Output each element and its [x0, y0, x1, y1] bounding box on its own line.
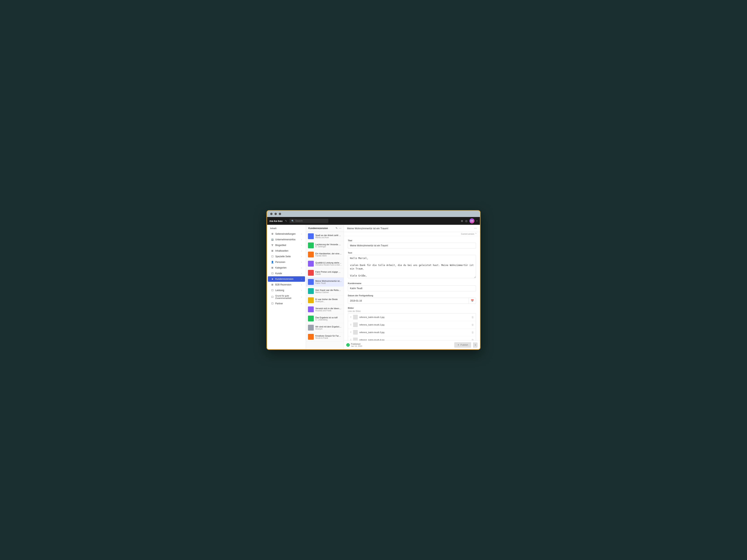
- list-item[interactable]: Spaß an der Arbeit zahlt sich sich aus. …: [306, 232, 344, 241]
- sidebar-item-grund[interactable]: ☐ Grund für gute Zusammenarbeit ›: [268, 293, 305, 301]
- sidebar-item-seiteneinstellungen[interactable]: ⚙ Seiteneinstellungen ›: [268, 231, 305, 237]
- list-item[interactable]: Er war bisher der Beste Arakilyan...: [306, 296, 344, 305]
- sidebar-item-spezielle-seite[interactable]: ☐ Spezielle Seite ›: [268, 254, 305, 259]
- list-item[interactable]: Ein Handwerker, der einem wirklich ... F…: [306, 250, 344, 259]
- item-subtitle: B. Dahlinger: [315, 246, 342, 248]
- drag-handle-icon[interactable]: ⠿: [350, 316, 352, 319]
- item-thumbnail: [308, 288, 314, 294]
- list-edit-icon[interactable]: ✎: [336, 227, 338, 230]
- sidebar-item-kunde[interactable]: ☐ Kunde ›: [268, 271, 305, 276]
- item-subtitle: S. Lindenberg: [315, 319, 342, 321]
- sidebar-label: Kundenrezension: [275, 278, 300, 281]
- avatar-dropdown-icon[interactable]: ▾: [476, 220, 478, 222]
- text-textarea[interactable]: Hallo Marcel, vielen Dank für die tolle …: [348, 255, 476, 278]
- chevron-right-icon: ›: [301, 272, 302, 274]
- list-item[interactable]: Das Ergebnis ist so toll! S. Lindenberg: [306, 314, 344, 323]
- item-title: Er war bisher der Beste: [315, 298, 342, 300]
- sidebar-item-unternehmensinfos[interactable]: 🏢 Unternehmensinfos ›: [268, 237, 305, 242]
- search-input[interactable]: [295, 219, 327, 222]
- delete-icon[interactable]: 🗑: [471, 339, 474, 341]
- sidebar-label: Inhaltsseiten: [275, 249, 300, 252]
- item-subtitle: Anonym: [315, 328, 342, 330]
- list-panel: Kundenrezension ✎ ⋯ Spaß an der Arbeit z…: [306, 225, 344, 349]
- chevron-right-icon: ›: [301, 256, 302, 258]
- more-options-icon[interactable]: ⋯: [474, 227, 477, 230]
- item-thumbnail: [308, 242, 314, 248]
- calendar-icon[interactable]: 📅: [469, 298, 476, 303]
- publish-dropdown-button[interactable]: ▾: [473, 342, 478, 348]
- item-subtitle: Markus Gartner: [315, 291, 342, 293]
- item-title: Meine Wohnzimmertür ist ein Traum!: [315, 280, 342, 282]
- image-filename: referenz_katrin-teudt-3.jpg: [359, 331, 470, 334]
- date-input-wrap: 📅: [348, 298, 476, 304]
- item-subtitle: Zarabi: [315, 273, 342, 275]
- list-item[interactable]: Versetzt sich in die Ideen seines Auf...…: [306, 305, 344, 314]
- drag-handle-icon[interactable]: ⠿: [350, 324, 352, 326]
- app-container: ma-ka-bau ✎ 🔍 ⊕ ◎ DS ▾ Inhalt ⚙ Seitenei…: [267, 217, 480, 349]
- sidebar-label: Leistung: [275, 289, 300, 292]
- kunde-icon: ☐: [271, 272, 274, 275]
- list-item[interactable]: Faire Preise und zügige Ausführung ... Z…: [306, 268, 344, 277]
- sidebar-label: Unternehmensinfos: [275, 238, 300, 241]
- drag-handle-icon[interactable]: ⠿: [350, 339, 352, 341]
- sidebar-item-leistung[interactable]: ☐ Leistung ›: [268, 288, 305, 293]
- sidebar-item-b2b-rezension[interactable]: ⊞ B2B Rezension ›: [268, 282, 305, 287]
- sidebar-label: Kunde: [275, 272, 300, 275]
- list-item[interactable]: Lackierung der Veranda Brüstung B. Dahli…: [306, 241, 344, 250]
- main-layout: Inhalt ⚙ Seiteneinstellungen › 🏢 Unterne…: [267, 225, 480, 349]
- traffic-light-minimize[interactable]: [275, 213, 277, 215]
- chevron-right-icon: ›: [301, 233, 302, 235]
- search-box[interactable]: 🔍: [289, 219, 328, 223]
- item-thumbnail: [308, 325, 314, 330]
- list-item[interactable]: Kreatives Gespür für Farbkombinatio... N…: [306, 332, 344, 342]
- traffic-light-close[interactable]: [270, 213, 273, 215]
- list-panel-icons: ✎ ⋯: [336, 227, 341, 230]
- sidebar-item-blogartikel[interactable]: ∇ Blogartikel ›: [268, 242, 305, 248]
- item-subtitle: Christine Riedel-Fock & Dieter Fock: [315, 264, 342, 266]
- chevron-right-icon: ›: [301, 289, 302, 291]
- item-content: Er war bisher der Beste Arakilyan...: [315, 298, 342, 302]
- item-content: Lackierung der Veranda Brüstung B. Dahli…: [315, 243, 342, 248]
- sidebar-item-partner[interactable]: ☐ Partner ›: [268, 301, 305, 306]
- delete-icon[interactable]: 🗑: [471, 323, 474, 326]
- sidebar-label: Spezielle Seite: [275, 255, 300, 258]
- drag-handle-icon[interactable]: ⠿: [350, 331, 352, 334]
- form-group-datum: Datum der Fertigstellung 📅: [348, 294, 476, 304]
- published-info: Published Jan 14, 2020: [351, 343, 362, 347]
- circle-icon[interactable]: ◎: [465, 219, 467, 222]
- chevron-right-icon: ›: [301, 278, 302, 280]
- person-icon: 👤: [271, 261, 274, 264]
- image-item: ⠿ referenz_katrin-teudt-3.jpg 🗑: [348, 329, 476, 336]
- compass-icon[interactable]: ⊕: [461, 219, 463, 222]
- image-filename: referenz_katrin-teudt-1.jpg: [359, 316, 470, 318]
- content-header: Meine Wohnzimmertür ist ein Traum! ⋯: [344, 225, 480, 232]
- kundenname-input[interactable]: [348, 286, 476, 291]
- titel-label: Titel: [348, 239, 476, 242]
- delete-icon[interactable]: 🗑: [471, 331, 474, 334]
- building-icon: 🏢: [271, 238, 274, 241]
- version-label: Current version: [461, 233, 474, 235]
- image-list: ⠿ referenz_katrin-teudt-1.jpg 🗑 ⠿ refere…: [348, 313, 476, 341]
- sidebar-item-personen[interactable]: 👤 Personen ›: [268, 259, 305, 265]
- edit-icon[interactable]: ✎: [285, 219, 287, 222]
- item-title: Das Ergebnis ist so toll!: [315, 316, 342, 319]
- avatar[interactable]: DS: [469, 218, 474, 223]
- version-chevron-icon[interactable]: ⌃: [475, 233, 477, 235]
- datum-label: Datum der Fertigstellung: [348, 294, 476, 297]
- list-item[interactable]: Wir sind mit dem Ergebnis mehr als ... A…: [306, 323, 344, 332]
- list-more-icon[interactable]: ⋯: [339, 227, 341, 230]
- list-item-active[interactable]: Meine Wohnzimmertür ist ein Traum! Katri…: [306, 277, 344, 287]
- list-item[interactable]: Herr Kautz war die Rettung für mich ... …: [306, 287, 344, 296]
- sidebar-item-inhaltsseiten[interactable]: ⊞ Inhaltsseiten ›: [268, 248, 305, 254]
- traffic-light-maximize[interactable]: [279, 213, 281, 215]
- delete-icon[interactable]: 🗑: [471, 316, 474, 319]
- publish-button[interactable]: ✦ Publish: [454, 342, 471, 348]
- datum-input[interactable]: [348, 298, 469, 303]
- titel-input[interactable]: [348, 243, 476, 248]
- item-title: Spaß an der Arbeit zahlt sich sich aus.: [315, 234, 342, 236]
- item-title: Wir sind mit dem Ergebnis mehr als ...: [315, 325, 342, 328]
- sidebar-label: Kategorien: [275, 266, 300, 269]
- sidebar-item-kategorien[interactable]: ⊞ Kategorien ›: [268, 265, 305, 270]
- sidebar-item-kundenrezension[interactable]: ★ Kundenrezension ›: [268, 276, 305, 282]
- list-item[interactable]: Qualität & Leistung stehen in einem ... …: [306, 259, 344, 268]
